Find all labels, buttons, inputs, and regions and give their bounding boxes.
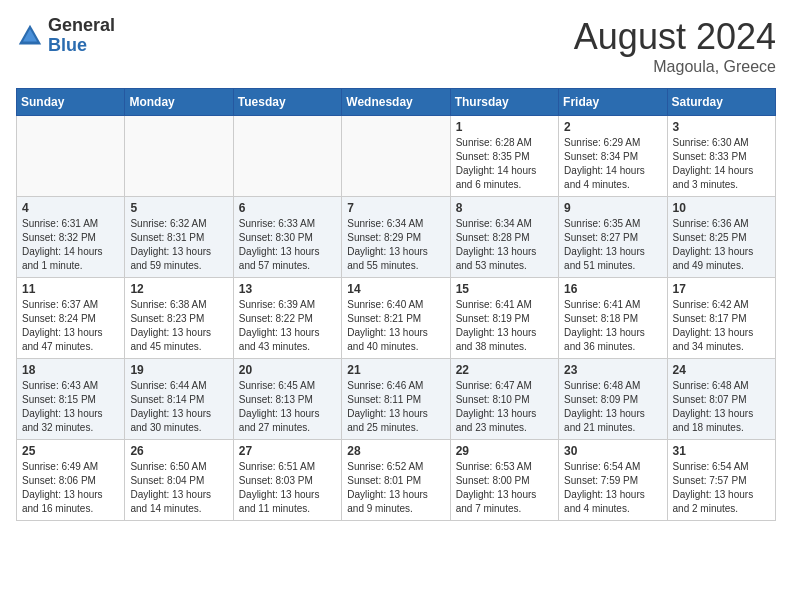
calendar-day-cell: 18 Sunrise: 6:43 AM Sunset: 8:15 PM Dayl…	[17, 359, 125, 440]
weekday-header-monday: Monday	[125, 89, 233, 116]
calendar-day-cell: 26 Sunrise: 6:50 AM Sunset: 8:04 PM Dayl…	[125, 440, 233, 521]
sunset-label: Sunset: 8:35 PM	[456, 151, 530, 162]
daylight-label: Daylight: 13 hours and 30 minutes.	[130, 408, 211, 433]
sunrise-label: Sunrise: 6:40 AM	[347, 299, 423, 310]
sunset-label: Sunset: 8:04 PM	[130, 475, 204, 486]
day-number: 8	[456, 201, 553, 215]
sunset-label: Sunset: 8:09 PM	[564, 394, 638, 405]
calendar-day-cell: 5 Sunrise: 6:32 AM Sunset: 8:31 PM Dayli…	[125, 197, 233, 278]
title-block: August 2024 Magoula, Greece	[574, 16, 776, 76]
daylight-label: Daylight: 13 hours and 14 minutes.	[130, 489, 211, 514]
calendar-day-cell: 2 Sunrise: 6:29 AM Sunset: 8:34 PM Dayli…	[559, 116, 667, 197]
sunset-label: Sunset: 8:03 PM	[239, 475, 313, 486]
daylight-label: Daylight: 13 hours and 16 minutes.	[22, 489, 103, 514]
daylight-label: Daylight: 13 hours and 4 minutes.	[564, 489, 645, 514]
sunset-label: Sunset: 8:13 PM	[239, 394, 313, 405]
sunset-label: Sunset: 8:33 PM	[673, 151, 747, 162]
daylight-label: Daylight: 13 hours and 55 minutes.	[347, 246, 428, 271]
day-info: Sunrise: 6:36 AM Sunset: 8:25 PM Dayligh…	[673, 217, 770, 273]
daylight-label: Daylight: 13 hours and 7 minutes.	[456, 489, 537, 514]
sunrise-label: Sunrise: 6:33 AM	[239, 218, 315, 229]
daylight-label: Daylight: 13 hours and 18 minutes.	[673, 408, 754, 433]
day-info: Sunrise: 6:41 AM Sunset: 8:18 PM Dayligh…	[564, 298, 661, 354]
sunrise-label: Sunrise: 6:31 AM	[22, 218, 98, 229]
day-number: 30	[564, 444, 661, 458]
day-info: Sunrise: 6:39 AM Sunset: 8:22 PM Dayligh…	[239, 298, 336, 354]
sunrise-label: Sunrise: 6:39 AM	[239, 299, 315, 310]
sunrise-label: Sunrise: 6:53 AM	[456, 461, 532, 472]
calendar-week-row: 1 Sunrise: 6:28 AM Sunset: 8:35 PM Dayli…	[17, 116, 776, 197]
calendar-day-cell: 21 Sunrise: 6:46 AM Sunset: 8:11 PM Dayl…	[342, 359, 450, 440]
sunset-label: Sunset: 8:15 PM	[22, 394, 96, 405]
sunset-label: Sunset: 8:10 PM	[456, 394, 530, 405]
daylight-label: Daylight: 13 hours and 53 minutes.	[456, 246, 537, 271]
day-number: 15	[456, 282, 553, 296]
day-info: Sunrise: 6:49 AM Sunset: 8:06 PM Dayligh…	[22, 460, 119, 516]
sunrise-label: Sunrise: 6:41 AM	[564, 299, 640, 310]
sunrise-label: Sunrise: 6:29 AM	[564, 137, 640, 148]
daylight-label: Daylight: 13 hours and 23 minutes.	[456, 408, 537, 433]
day-number: 3	[673, 120, 770, 134]
day-number: 25	[22, 444, 119, 458]
calendar-day-cell	[125, 116, 233, 197]
day-info: Sunrise: 6:38 AM Sunset: 8:23 PM Dayligh…	[130, 298, 227, 354]
calendar-day-cell: 17 Sunrise: 6:42 AM Sunset: 8:17 PM Dayl…	[667, 278, 775, 359]
sunrise-label: Sunrise: 6:48 AM	[673, 380, 749, 391]
day-info: Sunrise: 6:54 AM Sunset: 7:59 PM Dayligh…	[564, 460, 661, 516]
day-info: Sunrise: 6:34 AM Sunset: 8:29 PM Dayligh…	[347, 217, 444, 273]
logo-blue-text: Blue	[48, 36, 115, 56]
sunset-label: Sunset: 8:23 PM	[130, 313, 204, 324]
sunrise-label: Sunrise: 6:35 AM	[564, 218, 640, 229]
daylight-label: Daylight: 13 hours and 40 minutes.	[347, 327, 428, 352]
calendar-week-row: 11 Sunrise: 6:37 AM Sunset: 8:24 PM Dayl…	[17, 278, 776, 359]
page-header: General Blue August 2024 Magoula, Greece	[16, 16, 776, 76]
sunset-label: Sunset: 8:25 PM	[673, 232, 747, 243]
calendar-day-cell: 4 Sunrise: 6:31 AM Sunset: 8:32 PM Dayli…	[17, 197, 125, 278]
sunrise-label: Sunrise: 6:54 AM	[564, 461, 640, 472]
day-info: Sunrise: 6:41 AM Sunset: 8:19 PM Dayligh…	[456, 298, 553, 354]
daylight-label: Daylight: 13 hours and 57 minutes.	[239, 246, 320, 271]
sunset-label: Sunset: 8:18 PM	[564, 313, 638, 324]
sunrise-label: Sunrise: 6:44 AM	[130, 380, 206, 391]
day-number: 28	[347, 444, 444, 458]
calendar-day-cell: 1 Sunrise: 6:28 AM Sunset: 8:35 PM Dayli…	[450, 116, 558, 197]
sunrise-label: Sunrise: 6:51 AM	[239, 461, 315, 472]
day-number: 7	[347, 201, 444, 215]
sunrise-label: Sunrise: 6:52 AM	[347, 461, 423, 472]
daylight-label: Daylight: 14 hours and 4 minutes.	[564, 165, 645, 190]
sunrise-label: Sunrise: 6:42 AM	[673, 299, 749, 310]
day-number: 9	[564, 201, 661, 215]
day-info: Sunrise: 6:40 AM Sunset: 8:21 PM Dayligh…	[347, 298, 444, 354]
sunrise-label: Sunrise: 6:37 AM	[22, 299, 98, 310]
daylight-label: Daylight: 13 hours and 25 minutes.	[347, 408, 428, 433]
day-number: 1	[456, 120, 553, 134]
weekday-header-thursday: Thursday	[450, 89, 558, 116]
calendar-week-row: 4 Sunrise: 6:31 AM Sunset: 8:32 PM Dayli…	[17, 197, 776, 278]
daylight-label: Daylight: 14 hours and 3 minutes.	[673, 165, 754, 190]
weekday-header-saturday: Saturday	[667, 89, 775, 116]
daylight-label: Daylight: 14 hours and 6 minutes.	[456, 165, 537, 190]
calendar-day-cell: 31 Sunrise: 6:54 AM Sunset: 7:57 PM Dayl…	[667, 440, 775, 521]
sunset-label: Sunset: 8:06 PM	[22, 475, 96, 486]
day-info: Sunrise: 6:53 AM Sunset: 8:00 PM Dayligh…	[456, 460, 553, 516]
day-number: 24	[673, 363, 770, 377]
calendar-day-cell: 29 Sunrise: 6:53 AM Sunset: 8:00 PM Dayl…	[450, 440, 558, 521]
day-number: 14	[347, 282, 444, 296]
day-info: Sunrise: 6:48 AM Sunset: 8:09 PM Dayligh…	[564, 379, 661, 435]
sunrise-label: Sunrise: 6:36 AM	[673, 218, 749, 229]
day-number: 16	[564, 282, 661, 296]
sunset-label: Sunset: 8:29 PM	[347, 232, 421, 243]
calendar-day-cell: 24 Sunrise: 6:48 AM Sunset: 8:07 PM Dayl…	[667, 359, 775, 440]
day-number: 27	[239, 444, 336, 458]
day-info: Sunrise: 6:37 AM Sunset: 8:24 PM Dayligh…	[22, 298, 119, 354]
sunset-label: Sunset: 8:32 PM	[22, 232, 96, 243]
logo: General Blue	[16, 16, 115, 56]
calendar-day-cell: 9 Sunrise: 6:35 AM Sunset: 8:27 PM Dayli…	[559, 197, 667, 278]
day-number: 13	[239, 282, 336, 296]
sunset-label: Sunset: 7:57 PM	[673, 475, 747, 486]
day-number: 6	[239, 201, 336, 215]
daylight-label: Daylight: 13 hours and 43 minutes.	[239, 327, 320, 352]
day-number: 21	[347, 363, 444, 377]
day-number: 22	[456, 363, 553, 377]
calendar-day-cell: 30 Sunrise: 6:54 AM Sunset: 7:59 PM Dayl…	[559, 440, 667, 521]
